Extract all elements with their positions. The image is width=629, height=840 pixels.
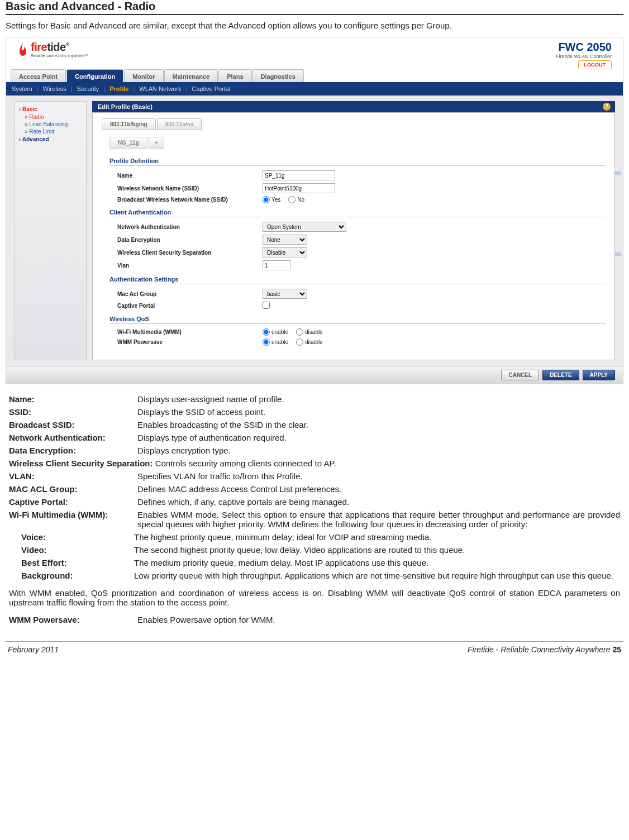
def-text: Controls security among clients connecte… <box>155 459 336 468</box>
def-label: Wireless Client Security Separation: <box>9 459 153 468</box>
radio-wmm-disable[interactable]: disable <box>296 328 323 336</box>
select-net-auth[interactable]: Open System <box>263 222 346 232</box>
footer-tagline: Firetide - Reliable Connectivity Anywher… <box>468 645 612 654</box>
logo-tide: tide <box>47 41 66 53</box>
cancel-button[interactable]: CANCEL <box>501 370 539 380</box>
def-row: Wi-Fi Multimedia (WMM):Enables WMM mode.… <box>9 510 620 529</box>
def-text: Defines MAC address Access Control List … <box>137 484 620 494</box>
def-text: Displays type of authentication required… <box>137 433 620 442</box>
def-text: Enables WMM mode. Select this option to … <box>137 510 620 529</box>
panel-header: Edit Profile (Basic) ? <box>92 101 615 112</box>
def-row: Network Authentication:Displays type of … <box>9 433 620 442</box>
logout-button[interactable]: LOGOUT <box>578 60 612 69</box>
def-text: Displays the SSID of access point. <box>137 407 620 417</box>
def-row: Name:Displays user-assigned name of prof… <box>9 394 620 404</box>
footer-date: February 2011 <box>8 645 59 654</box>
tab-plans[interactable]: Plans <box>218 69 251 82</box>
select-data-enc[interactable]: None <box>263 235 307 245</box>
section-client-auth: Client Authentication <box>109 209 606 217</box>
label-name: Name <box>117 173 263 179</box>
radio-broadcast-yes[interactable]: Yes <box>263 196 280 203</box>
profile-tab[interactable]: NG_11g <box>109 137 147 149</box>
def-row: SSID:Displays the SSID of access point. <box>9 407 620 417</box>
def-row: Wireless Client Security Separation: Con… <box>9 459 620 468</box>
band-tab-an[interactable]: 802.11a/na <box>157 118 202 130</box>
help-icon[interactable]: ? <box>603 103 611 111</box>
def-label: Background: <box>21 571 134 580</box>
def-label: VLAN: <box>9 471 137 481</box>
brand-logo: firetide® Reliable connectivity anywhere… <box>17 41 88 58</box>
section-profile-definition: Profile Definition <box>109 157 606 166</box>
def-text: The second highest priority queue, low d… <box>134 545 620 555</box>
def-text: Displays user-assigned name of profile. <box>137 394 620 404</box>
def-row: MAC ACL Group:Defines MAC address Access… <box>9 484 620 494</box>
tab-monitor[interactable]: Monitor <box>124 69 163 82</box>
logo-tagline: Reliable connectivity anywhere™ <box>31 54 88 58</box>
def-text: The highest priority queue, minimum dela… <box>134 532 620 542</box>
subnav-wireless[interactable]: Wireless <box>43 85 66 92</box>
def-row: Broadcast SSID:Enables broadcasting of t… <box>9 420 620 429</box>
select-sec-sep[interactable]: Disable <box>263 247 307 257</box>
def-row: Best Effort:The medium priority queue, m… <box>21 558 620 567</box>
label-wmm: Wi-Fi Multimedia (WMM) <box>117 329 263 335</box>
def-label: Voice: <box>21 532 134 542</box>
label-sec-sep: Wireless Client Security Separation <box>117 250 263 256</box>
tab-maintenance[interactable]: Maintenance <box>164 69 218 82</box>
checkbox-captive[interactable] <box>263 302 270 309</box>
apply-button[interactable]: APPLY <box>583 370 615 380</box>
def-label: SSID: <box>9 407 137 417</box>
select-mac-acl[interactable]: basic <box>263 289 307 299</box>
subnav-profile[interactable]: Profile <box>109 85 128 92</box>
page-footer: February 2011 Firetide - Reliable Connec… <box>6 641 623 654</box>
radio-wmm-enable[interactable]: enable <box>263 328 288 336</box>
sidebar-advanced[interactable]: › Advanced <box>15 135 86 144</box>
def-label: Data Encryption: <box>9 446 137 455</box>
def-label: Name: <box>9 394 137 404</box>
def-label: MAC ACL Group: <box>9 484 137 494</box>
add-profile-tab[interactable]: + <box>149 137 164 149</box>
sidebar-load-balancing[interactable]: » Load Balancing <box>15 121 86 128</box>
radio-wmmps-enable[interactable]: enable <box>263 338 288 346</box>
sub-nav: System| Wireless| Security| Profile| WLA… <box>6 82 623 96</box>
logo-fire: fire <box>31 41 47 53</box>
def-row: Video:The second highest priority queue,… <box>21 545 620 555</box>
sidebar-rate-limit[interactable]: » Rate Limit <box>15 128 86 135</box>
tab-configuration[interactable]: Configuration <box>66 69 123 82</box>
subnav-security[interactable]: Security <box>77 85 99 92</box>
label-captive: Captive Portal <box>117 303 263 309</box>
label-data-enc: Data Encryption <box>117 237 263 243</box>
scroll-marker <box>615 252 621 256</box>
input-name[interactable] <box>263 170 335 180</box>
sidebar: › Basic » Radio » Load Balancing » Rate … <box>14 101 87 360</box>
label-vlan: Vlan <box>117 262 263 269</box>
def-label: Best Effort: <box>21 558 134 567</box>
sidebar-radio[interactable]: » Radio <box>15 113 86 121</box>
def-text: Low priority queue with high throughput.… <box>134 571 620 580</box>
def-text: Enables Powersave option for WMM. <box>137 615 620 624</box>
wmm-paragraph: With WMM enabled, QoS prioritization and… <box>9 588 620 607</box>
radio-wmmps-disable[interactable]: disable <box>296 338 323 346</box>
product-name: FWC 2050 <box>556 41 612 54</box>
product-sub: Firetide WLAN Controller <box>556 54 612 59</box>
def-label: Video: <box>21 545 134 555</box>
page-title: Basic and Advanced - Radio <box>6 0 623 15</box>
band-tab-bgn[interactable]: 802.11b/bg/ng <box>102 118 156 130</box>
sidebar-basic[interactable]: › Basic <box>15 105 86 113</box>
radio-broadcast-no[interactable]: No <box>288 196 304 203</box>
def-text: The medium priority queue, medium delay.… <box>134 558 620 567</box>
input-ssid[interactable] <box>263 183 335 193</box>
def-row: Data Encryption:Displays encryption type… <box>9 446 620 455</box>
subnav-system[interactable]: System <box>12 85 32 92</box>
delete-button[interactable]: DELETE <box>542 370 579 380</box>
top-tabs: Access Point Configuration Monitor Maint… <box>6 69 623 82</box>
def-label: WMM Powersave: <box>9 615 137 624</box>
tab-diagnostics[interactable]: Diagnostics <box>252 69 304 82</box>
subnav-captive[interactable]: Captive Portal <box>192 85 230 92</box>
def-label: Wi-Fi Multimedia (WMM): <box>9 510 137 529</box>
label-wmm-ps: WMM Powersave <box>117 339 263 345</box>
flame-icon <box>17 42 28 56</box>
subnav-wlan[interactable]: WLAN Network <box>139 85 181 92</box>
input-vlan[interactable] <box>263 260 290 270</box>
tab-access-point[interactable]: Access Point <box>11 69 66 82</box>
scroll-marker <box>615 171 621 175</box>
